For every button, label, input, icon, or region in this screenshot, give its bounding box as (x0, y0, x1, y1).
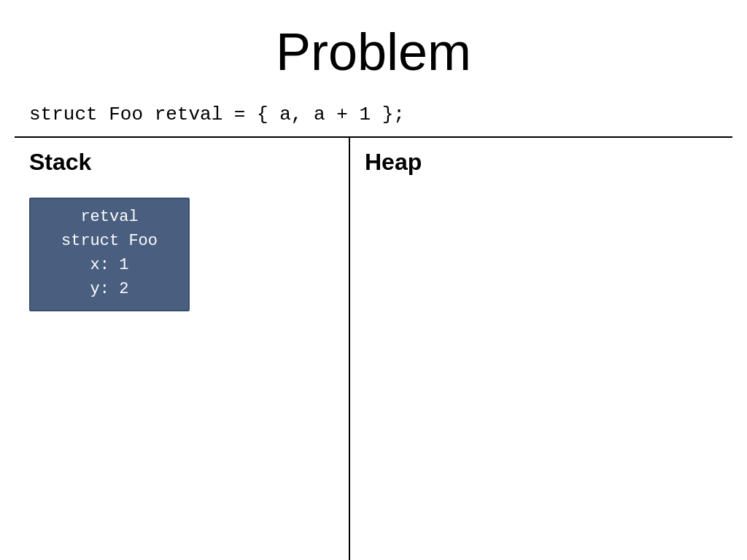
stack-field1: x: 1 (45, 253, 174, 277)
stack-box-content: struct Foo x: 1 y: 2 (45, 229, 174, 301)
stack-panel-title: Stack (29, 149, 334, 176)
stack-variable-name: retval (45, 208, 174, 226)
stack-type-line: struct Foo (45, 229, 174, 253)
page: Problem struct Foo retval = { a, a + 1 }… (0, 0, 747, 560)
stack-variable-box: retval struct Foo x: 1 y: 2 (29, 198, 190, 311)
page-title: Problem (276, 22, 471, 82)
code-line: struct Foo retval = { a, a + 1 }; (29, 104, 405, 125)
heap-panel: Heap (350, 138, 732, 560)
memory-section: Stack retval struct Foo x: 1 y: 2 Heap (15, 138, 732, 560)
heap-panel-title: Heap (365, 149, 718, 176)
stack-panel: Stack retval struct Foo x: 1 y: 2 (15, 138, 350, 560)
title-section: Problem (0, 0, 747, 96)
stack-field2: y: 2 (45, 277, 174, 301)
code-line-section: struct Foo retval = { a, a + 1 }; (0, 96, 747, 136)
